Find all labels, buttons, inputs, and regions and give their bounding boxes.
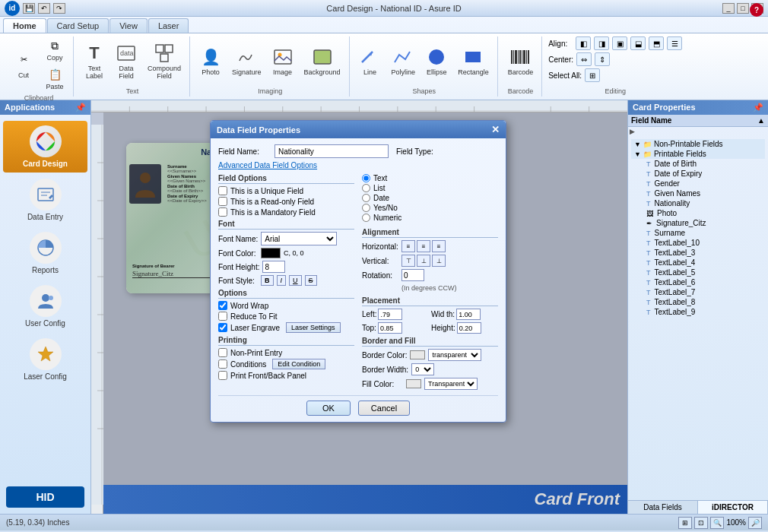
background-button[interactable]: Background xyxy=(300,44,344,79)
tab-home[interactable]: Home xyxy=(3,18,46,33)
tree-photo[interactable]: 🖼 Photo xyxy=(631,208,765,218)
placement-width-input[interactable] xyxy=(456,309,481,320)
advanced-link[interactable]: Advanced Data Field Options xyxy=(218,161,317,169)
non-print-checkbox[interactable] xyxy=(218,348,227,357)
align-top-btn[interactable]: ⬓ xyxy=(630,36,646,50)
select-all-btn[interactable]: ⊞ xyxy=(585,68,600,82)
center-h-btn[interactable]: ⇔ xyxy=(576,52,592,66)
tab-laser[interactable]: Laser xyxy=(148,18,189,33)
sidebar-item-laser-config[interactable]: Laser Config xyxy=(3,334,87,385)
unique-field-checkbox[interactable] xyxy=(218,186,227,195)
tab-card-setup[interactable]: Card Setup xyxy=(47,18,109,33)
paste-button[interactable]: 📋 Paste xyxy=(41,65,68,93)
mandatory-field-checkbox[interactable] xyxy=(218,207,227,217)
help-btn[interactable]: ? xyxy=(750,3,763,17)
sidebar-item-card-design[interactable]: Card Design xyxy=(3,121,87,173)
tree-textlabel-3[interactable]: T TextLabel_3 xyxy=(631,248,765,258)
tree-nationality[interactable]: T Nationality xyxy=(631,198,765,208)
tree-surname[interactable]: T Surname xyxy=(631,228,765,238)
tab-idirector[interactable]: iDIRECTOR xyxy=(698,501,768,514)
copy-button[interactable]: ⧉ Copy xyxy=(41,36,68,64)
tree-textlabel-6[interactable]: T TextLabel_6 xyxy=(631,277,765,287)
ellipse-button[interactable]: Ellipse xyxy=(422,44,451,79)
type-yesno-radio[interactable] xyxy=(362,204,370,212)
tree-date-of-expiry[interactable]: T Date of Expiry xyxy=(631,169,765,179)
text-label-button[interactable]: T TextLabel xyxy=(80,40,109,83)
border-width-select[interactable]: 0 xyxy=(411,363,434,375)
italic-btn[interactable]: I xyxy=(277,275,287,286)
type-list-radio[interactable] xyxy=(362,184,370,192)
signature-button[interactable]: Signature xyxy=(228,44,265,79)
tree-textlabel-8[interactable]: T TextLabel_8 xyxy=(631,297,765,307)
data-field-button[interactable]: data DataField xyxy=(112,40,141,83)
undo-btn[interactable]: ↶ xyxy=(38,3,50,14)
sidebar-pin-btn[interactable]: 📌 xyxy=(75,103,86,112)
tree-textlabel-10[interactable]: T TextLabel_10 xyxy=(631,238,765,248)
placement-left-input[interactable] xyxy=(378,309,402,320)
edit-condition-btn[interactable]: Edit Condition xyxy=(272,359,325,369)
type-numeric-radio[interactable] xyxy=(362,214,370,222)
print-front-back-checkbox[interactable] xyxy=(218,371,227,380)
underline-btn[interactable]: U xyxy=(289,275,302,286)
zoom-fit-btn[interactable]: ⊞ xyxy=(678,517,692,529)
cut-button[interactable]: ✂ Cut xyxy=(9,47,38,82)
drawing-canvas[interactable]: UTOK National Identity Card HID Surname … xyxy=(103,112,627,514)
sidebar-item-data-entry[interactable]: Data Entry xyxy=(3,174,87,226)
readonly-field-checkbox[interactable] xyxy=(218,197,227,206)
tab-data-fields[interactable]: Data Fields xyxy=(628,501,698,514)
ok-button[interactable]: OK xyxy=(306,401,351,416)
align-middle-btn[interactable]: ⬒ xyxy=(649,36,664,50)
panel-pin-btn[interactable]: 📌 xyxy=(753,103,763,112)
align-right-btn[interactable]: ▣ xyxy=(612,36,627,50)
type-date-radio[interactable] xyxy=(362,194,370,202)
zoom-in-btn[interactable]: 🔎 xyxy=(748,517,762,529)
word-wrap-checkbox[interactable] xyxy=(218,301,227,310)
align-left-btn[interactable]: ≡ xyxy=(401,240,415,252)
align-center-h-btn[interactable]: ◨ xyxy=(594,36,609,50)
align-center-btn[interactable]: ≡ xyxy=(417,240,430,252)
tree-textlabel-5[interactable]: T TextLabel_5 xyxy=(631,268,765,277)
laser-settings-btn[interactable]: Laser Settings xyxy=(286,322,341,333)
vert-top-btn[interactable]: ⊤ xyxy=(401,255,415,267)
zoom-out-btn[interactable]: 🔍 xyxy=(710,517,724,529)
minimize-btn[interactable]: _ xyxy=(722,3,735,14)
tree-gender[interactable]: T Gender xyxy=(631,179,765,188)
tree-non-printable-group[interactable]: ▼ 📁 Non-Printable Fields xyxy=(631,139,765,149)
vert-mid-btn[interactable]: ⊥ xyxy=(417,255,430,267)
polyline-button[interactable]: Polyline xyxy=(388,44,420,79)
tree-textlabel-9[interactable]: T TextLabel_9 xyxy=(631,307,765,317)
tree-textlabel-7[interactable]: T TextLabel_7 xyxy=(631,287,765,297)
tree-textlabel-4[interactable]: T TextLabel_4 xyxy=(631,258,765,268)
reduce-fit-checkbox[interactable] xyxy=(218,312,227,321)
compound-field-button[interactable]: CompoundField xyxy=(144,40,185,83)
tree-signature-citz[interactable]: ✒ Signature_Citz xyxy=(631,218,765,228)
maximize-btn[interactable]: □ xyxy=(737,3,749,14)
save-btn[interactable]: 💾 xyxy=(23,3,35,14)
tree-date-of-birth[interactable]: T Date of Birth xyxy=(631,159,765,169)
font-color-swatch[interactable] xyxy=(261,248,281,258)
fill-color-select[interactable]: Transparent xyxy=(424,378,478,390)
line-button[interactable]: Line xyxy=(356,44,385,79)
placement-top-input[interactable] xyxy=(378,322,402,334)
dialog-close-btn[interactable]: ✕ xyxy=(491,124,500,135)
field-name-input[interactable] xyxy=(275,144,389,158)
center-v-btn[interactable]: ⇕ xyxy=(595,52,610,66)
align-bottom-btn[interactable]: ☰ xyxy=(667,36,682,50)
strikethrough-btn[interactable]: S xyxy=(305,275,317,286)
placement-height-input[interactable] xyxy=(457,322,481,334)
align-right-btn2[interactable]: ≡ xyxy=(432,240,446,252)
redo-btn[interactable]: ↷ xyxy=(53,3,65,14)
barcode-button[interactable]: Barcode xyxy=(504,44,538,79)
image-button[interactable]: Image xyxy=(268,44,297,79)
sidebar-item-reports[interactable]: Reports xyxy=(3,227,87,279)
font-height-input[interactable] xyxy=(262,261,285,273)
conditions-checkbox[interactable] xyxy=(218,359,227,369)
photo-button[interactable]: 👤 Photo xyxy=(196,44,225,79)
rectangle-button[interactable]: Rectangle xyxy=(454,44,493,79)
vert-bot-btn[interactable]: ⊥ xyxy=(432,255,446,267)
laser-engrave-checkbox[interactable] xyxy=(218,323,227,332)
sidebar-item-user-config[interactable]: User Config xyxy=(3,280,87,332)
rotation-input[interactable] xyxy=(401,269,424,281)
bold-btn[interactable]: B xyxy=(261,275,274,286)
expand-panel-btn[interactable]: ▶ xyxy=(628,127,768,136)
